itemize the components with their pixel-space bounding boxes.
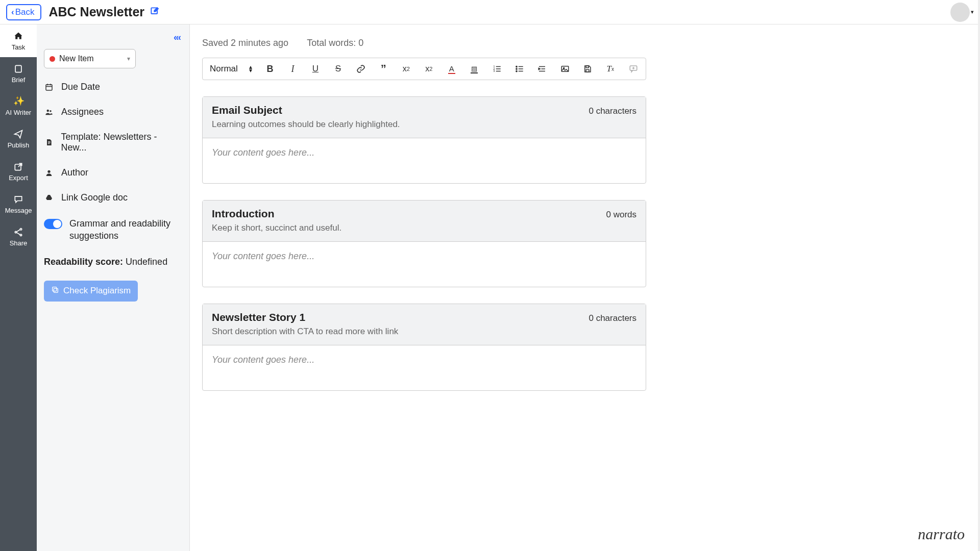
save-button[interactable] (583, 63, 592, 74)
block-count: 0 words (606, 210, 636, 220)
block-head: Newsletter Story 1 0 characters Short de… (203, 304, 646, 345)
note-icon (13, 64, 23, 74)
underline-button[interactable]: U (311, 63, 320, 74)
block-title: Newsletter Story 1 (212, 311, 305, 323)
image-button[interactable] (560, 63, 570, 74)
editor-meta: Saved 2 minutes ago Total words: 0 (202, 38, 968, 48)
calendar-icon (44, 82, 54, 92)
total-words: Total words: 0 (307, 38, 363, 48)
google-drive-icon (44, 193, 54, 203)
template-row[interactable]: Template: Newsletters - New... (44, 132, 182, 153)
caret-down-icon: ▾ (971, 9, 974, 15)
side-panel: ‹‹‹ New Item Due Date Assignees Template… (37, 24, 190, 551)
status-dot-icon (50, 56, 55, 62)
title-wrap: ABC Newsletter (48, 5, 160, 19)
superscript-button[interactable]: x2 (424, 63, 433, 74)
block-editor[interactable]: Your content goes here... (203, 242, 646, 287)
indent-button[interactable] (537, 63, 547, 74)
author-row[interactable]: Author (44, 167, 182, 178)
editor-placeholder: Your content goes here... (212, 251, 314, 261)
avatar (950, 3, 970, 22)
back-button-label: Back (15, 7, 35, 17)
quote-button[interactable]: ” (379, 63, 388, 74)
link-button[interactable] (356, 63, 365, 74)
status-select-label: New Item (59, 54, 94, 63)
brand-logo: narrato (918, 525, 965, 543)
bold-button[interactable]: B (265, 63, 275, 74)
svg-rect-1 (15, 65, 21, 72)
highlight-button[interactable]: ▨ (470, 63, 479, 74)
home-icon (13, 31, 23, 41)
chevron-left-icon: ‹ (11, 7, 14, 17)
rail-item-task[interactable]: Task (0, 24, 37, 57)
clear-format-button[interactable]: Tx (606, 63, 615, 74)
text-color-button[interactable]: A (447, 63, 456, 74)
block-hint: Learning outcomes should be clearly high… (212, 119, 636, 130)
saved-timestamp: Saved 2 minutes ago (202, 38, 288, 48)
rail-item-share[interactable]: Share (0, 220, 37, 253)
content-block-introduction: Introduction 0 words Keep it short, succ… (202, 200, 646, 287)
block-editor[interactable]: Your content goes here... (203, 345, 646, 390)
grammar-toggle-row: Grammar and readability suggestions (44, 217, 182, 242)
edit-title-icon[interactable] (150, 6, 160, 18)
svg-point-17 (516, 70, 517, 71)
content-block-email-subject: Email Subject 0 characters Learning outc… (202, 96, 646, 184)
grammar-toggle-label: Grammar and readability suggestions (69, 217, 182, 242)
add-comment-button[interactable] (628, 63, 639, 74)
svg-point-8 (50, 110, 51, 112)
block-hint: Short description with CTA to read more … (212, 327, 636, 337)
assignees-row[interactable]: Assignees (44, 107, 182, 117)
ordered-list-button[interactable]: 123 (492, 63, 501, 74)
format-style-select[interactable]: Normal ▴▾ (210, 64, 252, 74)
svg-rect-21 (586, 70, 589, 72)
unordered-list-button[interactable] (515, 63, 524, 74)
rail-item-message[interactable]: Message (0, 188, 37, 220)
block-head: Introduction 0 words Keep it short, succ… (203, 201, 646, 242)
subscript-button[interactable]: x2 (402, 63, 411, 74)
readability-score: Readability score: Undefined (44, 257, 182, 267)
status-select[interactable]: New Item (44, 49, 136, 68)
svg-point-5 (20, 234, 21, 236)
rail-item-brief[interactable]: Brief (0, 57, 37, 90)
block-count: 0 characters (589, 313, 636, 323)
top-bar: ‹ Back ABC Newsletter ▾ (0, 0, 980, 24)
svg-rect-6 (46, 84, 52, 90)
chat-icon (13, 194, 23, 205)
block-title: Email Subject (212, 104, 282, 116)
block-title: Introduction (212, 208, 274, 220)
send-icon (13, 129, 23, 139)
check-plagiarism-button[interactable]: Check Plagiarism (44, 281, 138, 302)
content-block-story-1: Newsletter Story 1 0 characters Short de… (202, 304, 646, 391)
grammar-toggle[interactable] (44, 219, 62, 229)
italic-button[interactable]: I (288, 63, 297, 74)
scrollbar-track[interactable] (978, 0, 980, 551)
editor-placeholder: Your content goes here... (212, 355, 314, 365)
back-button[interactable]: ‹ Back (6, 4, 41, 20)
nav-rail: Task Brief ✨ AI Writer Publish Export Me… (0, 24, 37, 551)
page-title: ABC Newsletter (48, 5, 144, 19)
svg-text:3: 3 (493, 69, 495, 72)
svg-rect-10 (54, 288, 58, 292)
link-gdoc-row[interactable]: Link Google doc (44, 192, 182, 203)
svg-point-16 (516, 68, 517, 69)
users-icon (44, 107, 54, 117)
block-editor[interactable]: Your content goes here... (203, 138, 646, 183)
editor-main: Saved 2 minutes ago Total words: 0 Norma… (190, 24, 980, 551)
due-date-row[interactable]: Due Date (44, 82, 182, 92)
collapse-panel-icon[interactable]: ‹‹‹ (44, 32, 182, 43)
strike-button[interactable]: S (333, 63, 342, 74)
block-hint: Keep it short, succinct and useful. (212, 223, 636, 233)
sort-icon: ▴▾ (249, 65, 252, 72)
svg-point-9 (47, 170, 50, 172)
copy-icon (51, 286, 59, 296)
svg-point-4 (15, 231, 16, 233)
wand-icon: ✨ (13, 96, 23, 107)
rail-item-ai-writer[interactable]: ✨ AI Writer (0, 90, 37, 122)
rail-item-export[interactable]: Export (0, 155, 37, 188)
rail-item-publish[interactable]: Publish (0, 122, 37, 155)
user-icon (44, 168, 54, 178)
block-head: Email Subject 0 characters Learning outc… (203, 97, 646, 138)
svg-point-3 (20, 228, 21, 230)
share-icon (13, 227, 23, 237)
user-menu[interactable]: ▾ (950, 3, 974, 22)
